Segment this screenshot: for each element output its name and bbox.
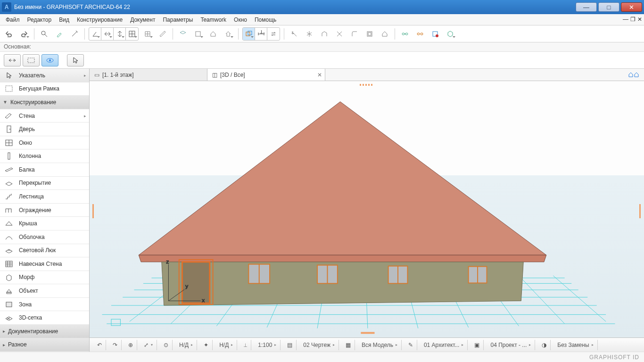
tool-pointer[interactable]: Указатель▸ — [0, 69, 89, 82]
trace-button[interactable] — [243, 28, 255, 40]
grid-toggle-button[interactable] — [141, 28, 154, 40]
dimension-button[interactable]: 1.2 — [255, 28, 267, 40]
intersect-button[interactable] — [333, 28, 346, 40]
tabs-home-button[interactable] — [623, 69, 644, 81]
sb-redo[interactable]: ↷ — [109, 340, 122, 350]
link-button[interactable] — [399, 28, 411, 40]
mode-pan-button[interactable] — [4, 54, 21, 66]
sb-layers[interactable]: 02 Чертеж▸ — [299, 340, 339, 350]
mdi-close-icon[interactable]: ✕ — [637, 16, 642, 23]
split-button[interactable] — [303, 28, 315, 40]
mode-orbit-button[interactable] — [41, 54, 58, 66]
close-button[interactable]: ✕ — [621, 2, 642, 12]
menu-design[interactable]: Конструирование — [73, 15, 126, 25]
tool-stair[interactable]: Лестница — [0, 190, 89, 204]
tool-column[interactable]: Колонна — [0, 149, 89, 163]
sb-nd2[interactable]: Н/Д▸ — [215, 340, 237, 350]
suspend-button[interactable] — [429, 28, 441, 40]
menu-options[interactable]: Параметры — [159, 15, 197, 25]
sb-undo[interactable]: ↶ — [93, 340, 106, 350]
home-dd-button[interactable] — [222, 28, 234, 40]
mode-rect-button[interactable] — [23, 54, 40, 66]
sb-scale-ico[interactable]: ⟂ — [240, 340, 251, 350]
tool-slab[interactable]: Перекрытие — [0, 177, 89, 190]
sb-nd1[interactable]: Н/Д▸ — [175, 340, 197, 350]
tab-3d[interactable]: ◫[3D / Все]✕ — [207, 69, 325, 81]
eyedropper-button[interactable] — [53, 28, 66, 40]
tool-object[interactable]: Объект — [0, 284, 89, 298]
swap-button[interactable] — [267, 28, 280, 40]
tool-skylight[interactable]: Световой Люк — [0, 244, 89, 258]
snap-group — [89, 27, 139, 41]
svg-text:x: x — [202, 297, 205, 303]
trim-button[interactable] — [288, 28, 300, 40]
sb-scale[interactable]: 1:100▸ — [254, 340, 281, 350]
snap-angle-button[interactable] — [89, 28, 101, 40]
sb-orient[interactable]: ✦ — [200, 340, 213, 350]
sb-reno-ico[interactable]: ▣ — [471, 340, 484, 350]
magic-wand-button[interactable] — [68, 28, 81, 40]
box-button[interactable] — [192, 28, 204, 40]
menu-editor[interactable]: Редактор — [24, 15, 56, 25]
tool-mesh[interactable]: 3D-сетка — [0, 311, 89, 325]
minimize-button[interactable]: — — [576, 2, 597, 12]
sb-zoom-dd[interactable]: ⤢▾ — [140, 340, 157, 350]
snap-perp-button[interactable] — [101, 28, 114, 40]
svg-rect-23 — [6, 302, 12, 307]
section-misc[interactable]: ▸Разное — [0, 338, 89, 352]
section-design[interactable]: ▼Конструирование — [0, 96, 89, 109]
tool-marquee[interactable]: Бегущая Рамка — [0, 82, 89, 96]
tool-zone[interactable]: Зона — [0, 298, 89, 312]
tool-curtainwall[interactable]: Навесная Стена — [0, 257, 89, 271]
menu-window[interactable]: Окно — [230, 15, 251, 25]
tab-close-icon[interactable]: ✕ — [317, 72, 322, 78]
view3d-button[interactable] — [444, 28, 456, 40]
tab-floorplan[interactable]: ▭[1. 1-й этаж] — [90, 69, 207, 81]
menu-teamwork[interactable]: Teamwork — [197, 15, 230, 25]
tool-wall[interactable]: Стена▸ — [0, 109, 89, 123]
sb-over[interactable]: Без Замены▸ — [553, 340, 597, 350]
home2-button[interactable] — [379, 28, 391, 40]
edit-group: 1.2 — [242, 27, 280, 41]
tool-roof[interactable]: Крыша — [0, 217, 89, 230]
tool-beam[interactable]: Балка — [0, 163, 89, 177]
sb-reno[interactable]: 04 Проект - ...▸ — [487, 340, 535, 350]
pick-button[interactable] — [38, 28, 50, 40]
snap-parallel-button[interactable] — [114, 28, 126, 40]
toolbox-sidebar: Указатель▸ Бегущая Рамка ▼Конструировани… — [0, 69, 90, 352]
tool-door[interactable]: Дверь — [0, 123, 89, 136]
section-document[interactable]: ▸Документирование — [0, 325, 89, 338]
sb-pen-ico[interactable]: ✎ — [405, 340, 417, 350]
unlink-button[interactable] — [414, 28, 426, 40]
maximize-button[interactable]: □ — [598, 2, 619, 12]
adjust-button[interactable] — [318, 28, 330, 40]
menu-document[interactable]: Документ — [126, 15, 159, 25]
tool-shell[interactable]: Оболочка — [0, 230, 89, 244]
ruler-button[interactable] — [157, 28, 169, 40]
menu-view[interactable]: Вид — [55, 15, 73, 25]
menu-help[interactable]: Помощь — [251, 15, 280, 25]
menu-file[interactable]: Файл — [2, 15, 24, 25]
sb-fit[interactable]: ⊙ — [160, 340, 173, 350]
mode-cursor-button[interactable] — [67, 54, 84, 66]
tool-railing[interactable]: Ограждение — [0, 204, 89, 217]
mdi-min-icon[interactable]: — — [623, 16, 628, 23]
sb-layers-ico[interactable]: ▤ — [283, 340, 297, 350]
sb-pen[interactable]: 01 Архитект...▸ — [420, 340, 468, 350]
sb-over-ico[interactable]: ◑ — [538, 340, 551, 350]
undo-button[interactable] — [3, 28, 15, 40]
sb-model-ico[interactable]: ▦ — [342, 340, 355, 350]
3d-viewport[interactable]: z x y — [90, 81, 644, 337]
layer-button[interactable] — [177, 28, 189, 40]
tool-morph[interactable]: Морф — [0, 271, 89, 285]
sb-model[interactable]: Вся Модель▸ — [358, 340, 402, 350]
column-icon — [5, 152, 13, 160]
mdi-restore-icon[interactable]: ❐ — [630, 16, 636, 23]
offset-button[interactable] — [363, 28, 376, 40]
redo-button[interactable] — [18, 28, 30, 40]
tool-window[interactable]: Окно — [0, 136, 89, 150]
fillet-button[interactable] — [348, 28, 361, 40]
house-button[interactable] — [207, 28, 219, 40]
snap-grid-button[interactable] — [126, 28, 138, 40]
sb-zoom-in[interactable]: ⊕ — [124, 340, 137, 350]
